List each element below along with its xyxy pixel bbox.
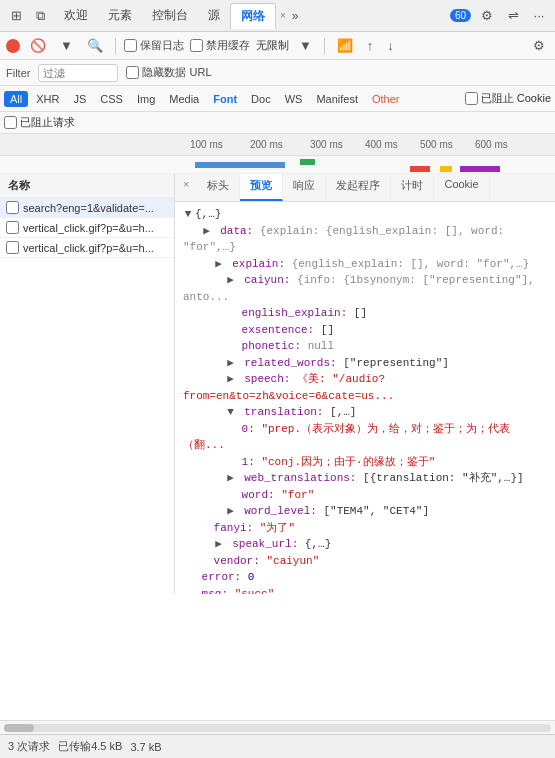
json-data-line: ▶ data: {explain: {english_explain: [], … <box>183 223 547 256</box>
file-checkbox-0[interactable] <box>6 201 19 214</box>
horizontal-scrollbar[interactable] <box>0 720 555 734</box>
timeline-600ms: 600 ms <box>475 139 508 150</box>
json-msg-line: msg: "succ" <box>183 586 547 595</box>
resource-size: 3.7 kB <box>130 741 161 753</box>
type-img[interactable]: Img <box>131 91 161 107</box>
expand-translation[interactable]: ▼ <box>226 404 236 421</box>
filter-icon[interactable]: ▼ <box>56 36 77 55</box>
file-checkbox-1[interactable] <box>6 221 19 234</box>
json-phonetic-line: phonetic: null <box>183 338 547 355</box>
second-toolbar: 🚫 ▼ 🔍 保留日志 禁用缓存 无限制 ▼ 📶 ↑ ↓ ⚙ <box>0 32 555 60</box>
search-icon[interactable]: 🔍 <box>83 36 107 55</box>
stop-button[interactable]: 🚫 <box>26 36 50 55</box>
json-word-level-line: ▶ word_level: ["TEM4", "CET4"] <box>183 503 547 520</box>
disable-cache-input[interactable] <box>190 39 203 52</box>
expand-web-trans[interactable]: ▶ <box>226 470 236 487</box>
expand-word-level[interactable]: ▶ <box>226 503 236 520</box>
transfer-size: 已传输4.5 kB <box>58 739 122 754</box>
blocked-cookie-input[interactable] <box>465 92 478 105</box>
tab-welcome[interactable]: 欢迎 <box>54 3 98 28</box>
more-tabs-icon[interactable]: » <box>286 5 305 27</box>
type-all[interactable]: All <box>4 91 28 107</box>
upload-icon[interactable]: ↑ <box>363 36 378 55</box>
wifi-icon[interactable]: 📶 <box>333 36 357 55</box>
timeline-400ms: 400 ms <box>365 139 398 150</box>
record-button[interactable] <box>6 39 20 53</box>
file-item-1[interactable]: vertical_click.gif?p=&u=h... <box>0 218 174 238</box>
top-toolbar: ⊞ ⧉ 欢迎 元素 控制台 源 网络 × » 60 ⚙ ⇌ ··· <box>0 0 555 32</box>
timeline-100ms: 100 ms <box>190 139 223 150</box>
expand-data[interactable]: ▶ <box>202 223 212 240</box>
tab-cookie[interactable]: Cookie <box>434 174 489 201</box>
type-xhr[interactable]: XHR <box>30 91 65 107</box>
type-media[interactable]: Media <box>163 91 205 107</box>
json-viewer[interactable]: ▼{,…} ▶ data: {explain: {english_explain… <box>175 202 555 594</box>
download-icon[interactable]: ↓ <box>383 36 398 55</box>
type-ws[interactable]: WS <box>279 91 309 107</box>
timeline-bar-4 <box>440 166 452 172</box>
json-root-line: ▼{,…} <box>183 206 547 223</box>
remote-icon[interactable]: ⇌ <box>503 6 523 26</box>
json-related-words-line: ▶ related_words: ["representing"] <box>183 355 547 372</box>
file-name-0: search?eng=1&validate=... <box>23 202 154 214</box>
expand-explain[interactable]: ▶ <box>214 256 224 273</box>
filter-input[interactable] <box>38 64 118 82</box>
preserve-log-checkbox[interactable]: 保留日志 <box>124 38 184 53</box>
scrollbar-thumb[interactable] <box>4 724 34 732</box>
file-item-0[interactable]: search?eng=1&validate=... <box>0 198 174 218</box>
tab-console[interactable]: 控制台 <box>142 3 198 28</box>
blocked-req-input[interactable] <box>4 116 17 129</box>
type-other[interactable]: Other <box>366 91 406 107</box>
json-translation-1-line: 1: "conj.因为；由于·的缘故；鉴于" <box>183 454 547 471</box>
type-filter-bar: All XHR JS CSS Img Media Font Doc WS Man… <box>0 86 555 112</box>
preserve-log-input[interactable] <box>124 39 137 52</box>
throttle-selector[interactable]: 无限制 <box>256 38 289 53</box>
detail-tabs: × 标头 预览 响应 发起程序 计时 Cookie <box>175 174 555 202</box>
tab-response[interactable]: 响应 <box>283 174 326 201</box>
divider1 <box>115 38 116 54</box>
filter-label: Filter <box>6 67 30 79</box>
file-checkbox-2[interactable] <box>6 241 19 254</box>
expand-related[interactable]: ▶ <box>226 355 236 372</box>
hidden-data-url-checkbox[interactable]: 隐藏数据 URL <box>126 65 211 80</box>
expand-speak-url[interactable]: ▶ <box>214 536 224 553</box>
settings-icon[interactable]: ⚙ <box>477 6 497 26</box>
settings-icon2[interactable]: ⚙ <box>529 36 549 55</box>
expand-root[interactable]: ▼ <box>183 206 193 223</box>
divider2 <box>324 38 325 54</box>
json-explain-line: ▶ explain: {english_explain: [], word: "… <box>183 256 547 273</box>
tab-network[interactable]: 网络 <box>230 3 276 29</box>
expand-caiyun[interactable]: ▶ <box>226 272 236 289</box>
file-list-header: 名称 <box>0 174 174 198</box>
expand-speech[interactable]: ▶ <box>226 371 236 388</box>
type-font[interactable]: Font <box>207 91 243 107</box>
tab-initiator[interactable]: 发起程序 <box>326 174 391 201</box>
hidden-data-url-input[interactable] <box>126 66 139 79</box>
restore-icon[interactable]: ⧉ <box>30 6 50 26</box>
type-js[interactable]: JS <box>67 91 92 107</box>
tab-timing[interactable]: 计时 <box>391 174 434 201</box>
timeline-bars <box>0 156 555 174</box>
disable-cache-checkbox[interactable]: 禁用缓存 <box>190 38 250 53</box>
detail-panel: × 标头 预览 响应 发起程序 计时 Cookie ▼{,…} ▶ data: … <box>175 174 555 594</box>
json-caiyun-line: ▶ caiyun: {info: {1bsynonym: ["represent… <box>183 272 547 305</box>
close-detail-tab[interactable]: × <box>175 174 197 201</box>
tab-headers[interactable]: 标头 <box>197 174 240 201</box>
scrollbar-track <box>4 724 551 732</box>
tab-elements[interactable]: 元素 <box>98 3 142 28</box>
more-options-icon[interactable]: ··· <box>529 6 549 26</box>
json-error-line: error: 0 <box>183 569 547 586</box>
type-doc[interactable]: Doc <box>245 91 277 107</box>
status-bar: 3 次请求 已传输4.5 kB 3.7 kB <box>0 734 555 758</box>
blocked-req-checkbox[interactable]: 已阻止请求 <box>4 115 75 130</box>
throttle-arrow[interactable]: ▼ <box>295 36 316 55</box>
blocked-cookie-checkbox[interactable]: 已阻止 Cookie <box>465 91 551 106</box>
type-manifest[interactable]: Manifest <box>310 91 364 107</box>
timeline-300ms: 300 ms <box>310 139 343 150</box>
tab-group: 欢迎 元素 控制台 源 网络 × » <box>54 3 444 29</box>
type-css[interactable]: CSS <box>94 91 129 107</box>
new-tab-icon[interactable]: ⊞ <box>6 6 26 26</box>
file-item-2[interactable]: vertical_click.gif?p=&u=h... <box>0 238 174 258</box>
tab-preview[interactable]: 预览 <box>240 174 283 201</box>
tab-sources[interactable]: 源 <box>198 3 230 28</box>
